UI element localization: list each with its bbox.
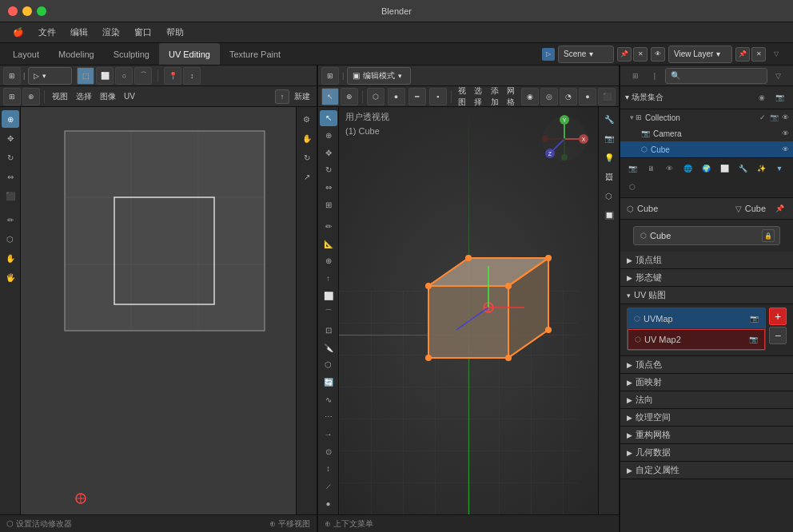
- vp-tool-extrude[interactable]: ↑: [320, 271, 337, 287]
- vp-select-btn[interactable]: ↖: [321, 88, 339, 105]
- uv-tool-rotate[interactable]: ↻: [2, 149, 19, 166]
- tab-sculpting[interactable]: Sculpting: [104, 43, 159, 65]
- scene-dropdown[interactable]: Scene ▾: [558, 46, 614, 63]
- tab-uv-editing[interactable]: UV Editing: [159, 43, 220, 65]
- menu-render[interactable]: 渲染: [96, 25, 126, 40]
- close-button[interactable]: [8, 6, 18, 16]
- prop-icon-scene2[interactable]: 🌐: [679, 160, 696, 177]
- cube-name-field[interactable]: ⬡ Cube 🔒: [633, 226, 780, 245]
- vp-overlay-1[interactable]: 🔧: [600, 110, 618, 128]
- vp-tool-spin[interactable]: 🔄: [320, 375, 337, 391]
- collection-vis-check[interactable]: ✓: [758, 113, 767, 122]
- vp-edge[interactable]: ━: [408, 88, 426, 105]
- vp-tool-to-sphere[interactable]: ●: [320, 495, 337, 511]
- section-face-maps[interactable]: ▶ 面映射: [620, 374, 793, 391]
- uv-right-tool4[interactable]: ↗: [298, 168, 316, 185]
- menu-window[interactable]: 窗口: [128, 25, 158, 40]
- section-vertex-colors[interactable]: ▶ 顶点色: [620, 356, 793, 374]
- uv-select-tool[interactable]: ⬚: [77, 67, 94, 85]
- uvmap-camera-icon[interactable]: 📷: [750, 315, 759, 323]
- vp-tool-annotate-3d[interactable]: ✏: [320, 219, 337, 235]
- uv-tool-annotate[interactable]: ✏: [2, 211, 19, 228]
- uv-cursor-btn[interactable]: ⊕: [22, 88, 40, 105]
- uv-menu-image[interactable]: 图像: [97, 91, 119, 102]
- vp-tool-cursor-3d[interactable]: ⊕: [320, 128, 337, 144]
- uv-tool-cursor[interactable]: ⊕: [2, 110, 19, 128]
- uv-select-lasso[interactable]: ⌒: [134, 67, 152, 85]
- prop-icon-render[interactable]: 📷: [624, 160, 641, 177]
- menu-file[interactable]: 文件: [32, 25, 62, 40]
- uv-add-btn[interactable]: +: [769, 308, 787, 325]
- vp-overlay-5[interactable]: ⬡: [600, 187, 618, 204]
- outline-render-icon[interactable]: 📷: [771, 89, 788, 106]
- section-texture-space[interactable]: ▶ 纹理空间: [620, 409, 793, 427]
- uv-menu-select[interactable]: 选择: [73, 91, 95, 102]
- uvmap2-camera-icon[interactable]: 📷: [749, 335, 758, 343]
- outline-camera[interactable]: 📷 Camera 👁: [620, 125, 793, 141]
- uv-map-uvmap[interactable]: ⬡ UVMap 📷: [628, 308, 765, 329]
- vp-shading1[interactable]: ◎: [540, 88, 558, 105]
- cube-tab-vertex[interactable]: ▽ Cube: [735, 204, 766, 213]
- prop-icon-object[interactable]: ⬜: [715, 160, 733, 177]
- uv-tool-stretch[interactable]: ⬛: [2, 187, 19, 204]
- vp-overlay-3[interactable]: 💡: [600, 149, 618, 166]
- prop-icon-view[interactable]: 👁: [660, 160, 678, 177]
- vp-tool-transform[interactable]: ⊞: [320, 197, 337, 212]
- collection-eye[interactable]: 👁: [780, 113, 790, 122]
- vp-tool-rotate-3d[interactable]: ↻: [320, 162, 337, 178]
- uv-pin-btn[interactable]: 📍: [164, 67, 181, 85]
- uv-menu-uv[interactable]: UV: [121, 92, 138, 101]
- uv-section-header[interactable]: ▾ UV 贴图: [620, 287, 793, 304]
- vp-shading4[interactable]: ⬛: [598, 88, 616, 105]
- uv-select-circle[interactable]: ○: [115, 67, 133, 85]
- close-scene-btn[interactable]: ✕: [633, 47, 648, 62]
- collection-render-check[interactable]: 📷: [769, 113, 779, 122]
- tab-modeling[interactable]: Modeling: [49, 43, 104, 65]
- section-shape-keys[interactable]: ▶ 形态键: [620, 269, 793, 287]
- outline-collection[interactable]: ▾ ⊞ Collection ✓ 📷 👁: [620, 109, 793, 125]
- uv-canvas[interactable]: [21, 107, 296, 514]
- vp-overlay-btn[interactable]: ◉: [521, 88, 539, 105]
- vp-tool-measure[interactable]: 📐: [320, 236, 337, 252]
- vp-overlay-2[interactable]: 📷: [600, 129, 618, 147]
- menu-edit[interactable]: 编辑: [64, 25, 94, 40]
- vp-mode-dropdown[interactable]: ▣ 编辑模式 ▾: [347, 67, 411, 85]
- uv-tool-move[interactable]: ✥: [2, 129, 19, 147]
- vp-tool-shrink-fatten[interactable]: ⊙: [320, 443, 337, 459]
- view-layer-dropdown[interactable]: View Layer ▾: [668, 46, 732, 63]
- filter-icon[interactable]: ▽: [769, 47, 783, 62]
- vp-vert[interactable]: ●: [388, 88, 405, 105]
- menu-help[interactable]: 帮助: [160, 25, 190, 40]
- uv-grid-btn[interactable]: ⊞: [3, 88, 21, 105]
- vp-overlay-6[interactable]: 🔲: [600, 206, 618, 224]
- vp-face[interactable]: ▪: [429, 88, 447, 105]
- tab-layout[interactable]: Layout: [3, 43, 49, 65]
- prop-icon-data[interactable]: ▼: [771, 160, 788, 177]
- vp-mesh-tools[interactable]: ⬡: [367, 88, 385, 105]
- section-normals[interactable]: ▶ 法向: [620, 391, 793, 409]
- vp-tool-move-3d[interactable]: ✥: [320, 145, 337, 161]
- viewport-area[interactable]: Y X Z ↖ ⊕ ✥ ↻ ⇔: [318, 107, 619, 514]
- pin-scene-btn[interactable]: 📌: [617, 47, 632, 62]
- cube-pin-btn[interactable]: 📌: [772, 201, 787, 216]
- uv-map-uvmap2[interactable]: ⬡ UV Map2 📷: [628, 329, 765, 350]
- uv-tool-pinch[interactable]: 🖐: [2, 268, 19, 286]
- vp-header-icon[interactable]: ⊞: [321, 67, 339, 85]
- vp-tool-inset[interactable]: ⬜: [320, 288, 337, 304]
- uv-new-btn[interactable]: 新建: [291, 91, 313, 102]
- render-icon[interactable]: ▷: [542, 48, 555, 61]
- vp-tool-knife[interactable]: 🔪: [320, 339, 337, 355]
- prop-icon-material[interactable]: ⬡: [624, 178, 641, 196]
- uv-select-box[interactable]: ⬜: [96, 67, 114, 85]
- vp-tool-shear[interactable]: ⟋: [320, 478, 337, 494]
- uv-remove-btn[interactable]: −: [769, 327, 787, 344]
- outline-cube[interactable]: ⬡ Cube 👁: [620, 141, 793, 157]
- cube-eye[interactable]: 👁: [780, 145, 790, 154]
- vp-overlay-4[interactable]: 🖼: [600, 168, 618, 185]
- cube-tab-mesh[interactable]: ⬡ Cube: [627, 204, 658, 213]
- vp-tool-loop-cut[interactable]: ⊡: [320, 323, 337, 339]
- vp-tool-add[interactable]: ⊕: [320, 253, 337, 269]
- section-geometry-data[interactable]: ▶ 几何数据: [620, 444, 793, 462]
- uv-right-tool3[interactable]: ↻: [298, 149, 316, 166]
- uv-pin-icon[interactable]: ↑: [275, 89, 289, 104]
